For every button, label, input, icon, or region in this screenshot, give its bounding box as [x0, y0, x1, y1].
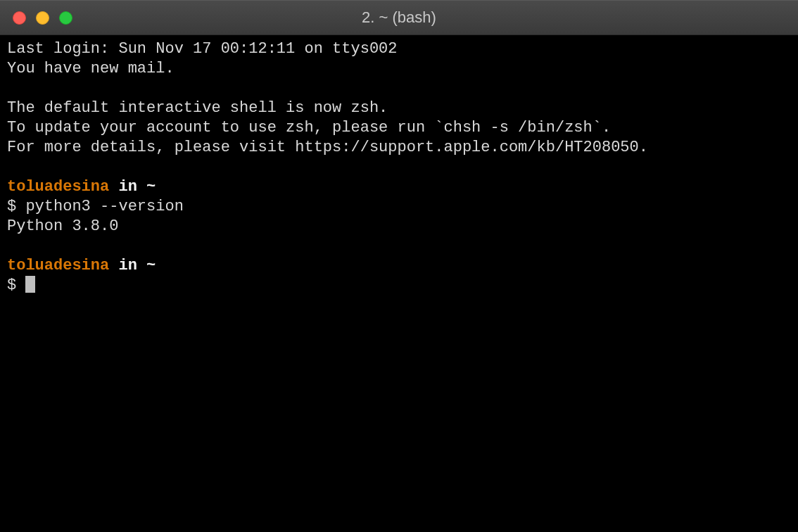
- prompt-line: toluadesina in ~: [7, 256, 791, 276]
- motd-line: To update your account to use zsh, pleas…: [7, 118, 791, 138]
- close-icon[interactable]: [13, 11, 26, 25]
- output-line: Python 3.8.0: [7, 217, 791, 236]
- traffic-lights: [0, 11, 72, 25]
- command-line: $: [7, 276, 791, 296]
- titlebar[interactable]: 2. ~ (bash): [0, 0, 798, 35]
- prompt-connector: in: [109, 178, 146, 196]
- terminal-content[interactable]: Last login: Sun Nov 17 00:12:11 on ttys0…: [0, 35, 798, 532]
- terminal-window: 2. ~ (bash) Last login: Sun Nov 17 00:12…: [0, 0, 798, 532]
- prompt-symbol: $: [7, 198, 25, 215]
- motd-line: Last login: Sun Nov 17 00:12:11 on ttys0…: [7, 39, 791, 59]
- prompt-path: ~: [146, 178, 156, 196]
- window-title: 2. ~ (bash): [362, 8, 436, 27]
- prompt-username: toluadesina: [7, 178, 109, 196]
- prompt-connector: in: [109, 257, 146, 274]
- blank-line: [7, 79, 791, 99]
- cursor-icon: [25, 276, 35, 293]
- prompt-line: toluadesina in ~: [7, 177, 791, 197]
- prompt-username: toluadesina: [7, 257, 109, 274]
- motd-line: For more details, please visit https://s…: [7, 138, 791, 158]
- motd-line: The default interactive shell is now zsh…: [7, 99, 791, 118]
- motd-line: You have new mail.: [7, 59, 791, 79]
- prompt-symbol: $: [7, 277, 25, 294]
- maximize-icon[interactable]: [59, 11, 72, 25]
- command-line: $ python3 --version: [7, 197, 791, 217]
- prompt-path: ~: [146, 257, 156, 274]
- minimize-icon[interactable]: [36, 11, 49, 25]
- command-text: python3 --version: [25, 198, 183, 215]
- blank-line: [7, 158, 791, 177]
- blank-line: [7, 236, 791, 256]
